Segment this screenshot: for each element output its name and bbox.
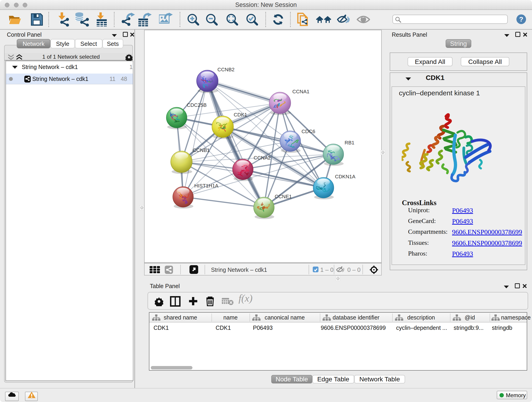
svg-text:HIST1H1A: HIST1H1A	[194, 183, 218, 189]
svg-text:CDC25B: CDC25B	[187, 102, 207, 108]
svg-text:CCNB2: CCNB2	[217, 67, 234, 72]
svg-text:CDK1: CDK1	[234, 112, 247, 118]
svg-text:CCNA2: CCNA2	[254, 155, 271, 161]
svg-text:CCNE1: CCNE1	[275, 194, 292, 199]
svg-text:CDKN1A: CDKN1A	[335, 174, 355, 179]
svg-text:CCNA1: CCNA1	[292, 89, 310, 95]
svg-text:CCNB1: CCNB1	[193, 147, 210, 153]
svg-text:CDC6: CDC6	[302, 128, 315, 134]
svg-text:RB1: RB1	[345, 140, 355, 146]
